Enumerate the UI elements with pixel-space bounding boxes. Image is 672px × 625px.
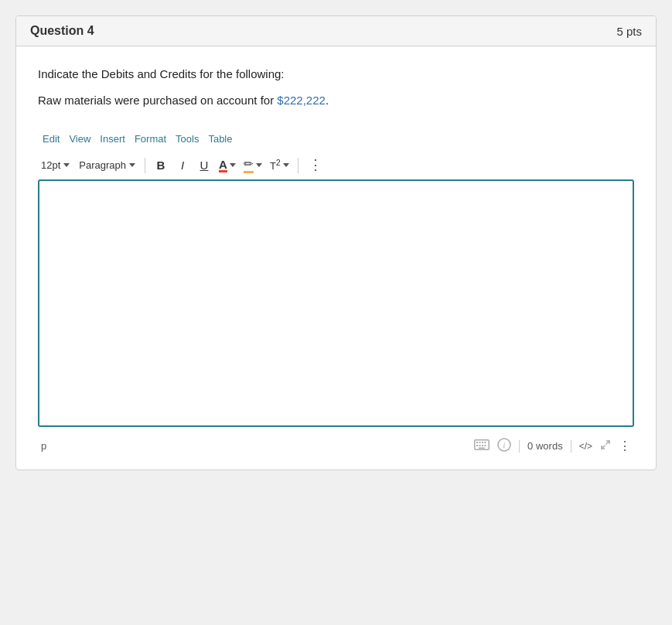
highlight-color-chevron (256, 163, 262, 167)
element-indicator: p (41, 440, 46, 452)
menu-tools[interactable]: Tools (171, 131, 203, 146)
status-divider-2 (571, 440, 571, 453)
question-body: Indicate the Debits and Credits for the … (16, 46, 656, 470)
svg-rect-9 (479, 448, 485, 449)
word-count: 0 words (527, 440, 563, 452)
svg-rect-4 (485, 442, 486, 443)
editor-menubar: Edit View Insert Format Tools Table (38, 128, 634, 152)
menu-table[interactable]: Table (203, 131, 237, 146)
superscript-label: T2 (270, 158, 281, 172)
font-size-chevron (63, 163, 70, 167)
toolbar-divider-1 (145, 158, 145, 173)
question-title: Question 4 (30, 24, 94, 38)
svg-rect-6 (479, 445, 481, 446)
superscript-button[interactable]: T2 (268, 156, 292, 173)
svg-rect-7 (482, 445, 483, 446)
highlight-pencil-icon: ✏ (244, 157, 254, 173)
question-amount: $222,222 (277, 94, 326, 107)
keyboard-icon[interactable] (474, 439, 490, 453)
italic-button[interactable]: I (173, 156, 192, 175)
svg-text:i: i (503, 441, 506, 449)
question-text-line2-prefix: Raw materials were purchased on account … (38, 94, 277, 107)
svg-rect-1 (476, 442, 478, 443)
svg-rect-5 (476, 445, 478, 446)
svg-rect-2 (479, 442, 481, 443)
superscript-chevron (283, 163, 289, 167)
font-color-a-icon: A (219, 159, 227, 172)
more-options-dots-icon: ⋮ (309, 161, 322, 169)
toolbar-divider-2 (298, 158, 298, 173)
menu-edit[interactable]: Edit (38, 131, 64, 146)
font-size-value: 12pt (41, 159, 60, 171)
question-points: 5 pts (616, 25, 642, 38)
highlight-color-button[interactable]: ✏ (241, 155, 264, 175)
question-text-line2: Raw materials were purchased on account … (38, 91, 634, 110)
expand-icon[interactable] (600, 439, 611, 453)
editor-container: Edit View Insert Format Tools Table 12pt… (38, 128, 634, 457)
question-card: Question 4 5 pts Indicate the Debits and… (15, 15, 657, 470)
editor-status-bar: p (38, 430, 634, 457)
paragraph-style-chevron (129, 163, 135, 167)
paragraph-style-value: Paragraph (79, 159, 126, 171)
font-size-select[interactable]: 12pt (38, 158, 73, 172)
svg-rect-8 (485, 445, 486, 446)
status-right: i 0 words </> (474, 438, 631, 454)
question-text-line2-suffix: . (326, 94, 329, 107)
svg-rect-3 (482, 442, 483, 443)
question-text-line1: Indicate the Debits and Credits for the … (38, 65, 634, 84)
underline-button[interactable]: U (195, 156, 213, 175)
status-divider-1 (519, 440, 520, 453)
font-color-button[interactable]: A (217, 157, 238, 174)
statusbar-more-button[interactable]: ⋮ (619, 439, 631, 453)
bold-button[interactable]: B (152, 156, 170, 175)
menu-view[interactable]: View (64, 131, 95, 146)
editor-toolbar: 12pt Paragraph B I (38, 152, 634, 179)
question-header: Question 4 5 pts (16, 16, 656, 46)
more-options-button[interactable]: ⋮ (305, 156, 326, 175)
menu-format[interactable]: Format (130, 131, 171, 146)
menu-insert[interactable]: Insert (95, 131, 130, 146)
code-view-button[interactable]: </> (579, 441, 592, 452)
editor-textarea[interactable] (38, 179, 634, 427)
font-color-chevron (230, 163, 236, 167)
paragraph-style-select[interactable]: Paragraph (76, 158, 138, 172)
info-icon[interactable]: i (497, 438, 511, 454)
